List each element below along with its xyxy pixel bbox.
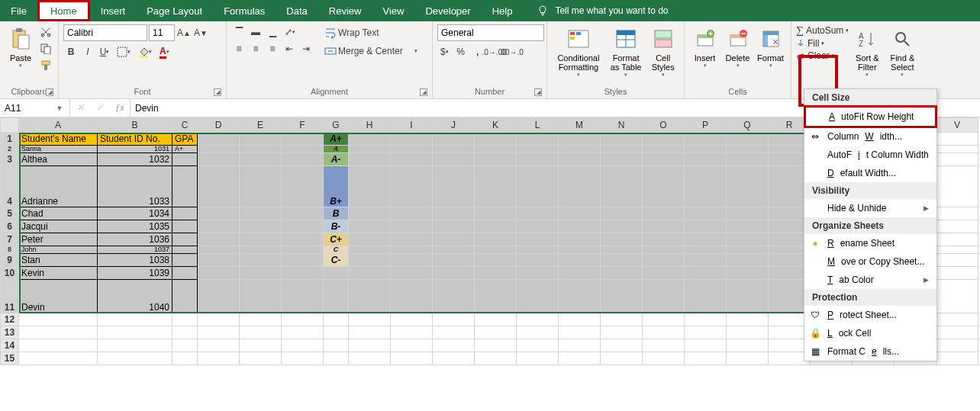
cell-B10[interactable]: 1039 <box>98 267 172 280</box>
cell-B12[interactable] <box>98 313 172 326</box>
alignment-dialog-launcher[interactable]: ◢ <box>420 88 427 96</box>
cell-F9[interactable] <box>282 254 324 267</box>
cell-B3[interactable]: 1032 <box>98 153 172 166</box>
cell-K11[interactable] <box>475 280 517 313</box>
tab-developer[interactable]: Developer <box>414 0 481 21</box>
cell-O12[interactable] <box>643 313 685 326</box>
cell-B15[interactable] <box>98 352 172 365</box>
cell-O8[interactable] <box>643 246 685 254</box>
row-header-8[interactable]: 8 <box>1 246 19 254</box>
col-header-K[interactable]: K <box>475 118 517 133</box>
cell-A15[interactable] <box>19 352 98 365</box>
cell-M7[interactable] <box>559 233 601 246</box>
cell-L5[interactable] <box>517 207 559 220</box>
cell-Q4[interactable] <box>727 166 769 207</box>
cell-Q13[interactable] <box>727 326 769 339</box>
cell-V15[interactable] <box>936 352 978 365</box>
clipboard-dialog-launcher[interactable]: ◢ <box>46 88 53 96</box>
cell-E12[interactable] <box>240 313 282 326</box>
cell-O9[interactable] <box>643 254 685 267</box>
cell-N12[interactable] <box>601 313 643 326</box>
cell-Q1[interactable] <box>727 133 769 146</box>
cell-L12[interactable] <box>517 313 559 326</box>
align-center-button[interactable]: ≡ <box>248 41 263 56</box>
cell-K1[interactable] <box>475 133 517 146</box>
font-name-input[interactable] <box>63 24 147 41</box>
cell-K9[interactable] <box>475 254 517 267</box>
cell-J1[interactable] <box>433 133 475 146</box>
cell-C12[interactable] <box>172 313 198 326</box>
cell-L8[interactable] <box>517 246 559 254</box>
cell-C1[interactable]: GPA <box>172 133 198 146</box>
cell-C3[interactable] <box>172 153 198 166</box>
col-header-L[interactable]: L <box>517 118 559 133</box>
cell-G11[interactable] <box>324 280 349 313</box>
col-header-V[interactable]: V <box>936 118 978 133</box>
italic-button[interactable]: I <box>80 44 95 59</box>
cell-G7[interactable]: C+ <box>324 233 349 246</box>
font-dialog-launcher[interactable]: ◢ <box>214 88 221 96</box>
cell-F13[interactable] <box>282 326 324 339</box>
cell-K7[interactable] <box>475 233 517 246</box>
cell-C7[interactable] <box>172 233 198 246</box>
font-color-button[interactable]: A▾ <box>156 44 172 59</box>
row-header-15[interactable]: 15 <box>1 352 19 365</box>
cell-I4[interactable] <box>391 166 433 207</box>
tab-formulas[interactable]: Formulas <box>213 0 276 21</box>
cell-O13[interactable] <box>643 326 685 339</box>
name-box[interactable]: ▼ <box>0 99 70 117</box>
cell-H13[interactable] <box>349 326 391 339</box>
cell-H11[interactable] <box>349 280 391 313</box>
cell-C4[interactable] <box>172 166 198 207</box>
cell-L9[interactable] <box>517 254 559 267</box>
cell-G4[interactable]: B+ <box>324 166 349 207</box>
insert-function-button[interactable]: ƒx <box>110 102 130 114</box>
cell-C13[interactable] <box>172 326 198 339</box>
cell-I14[interactable] <box>391 339 433 352</box>
percent-format-button[interactable]: % <box>453 44 469 59</box>
menu-column-width[interactable]: ⇔Column Width... <box>804 127 936 146</box>
cell-A14[interactable] <box>19 339 98 352</box>
tab-home[interactable]: Home <box>37 0 90 21</box>
cell-N2[interactable] <box>601 146 643 153</box>
cell-P9[interactable] <box>685 254 727 267</box>
cell-Q12[interactable] <box>727 313 769 326</box>
cell-P2[interactable] <box>685 146 727 153</box>
cell-L1[interactable] <box>517 133 559 146</box>
cell-V11[interactable] <box>936 280 978 313</box>
cell-V13[interactable] <box>936 326 978 339</box>
sort-filter-button[interactable]: AZ Sort & Filter <box>850 24 884 79</box>
cell-V5[interactable] <box>936 207 978 220</box>
cell-B11[interactable]: 1040 <box>98 280 172 313</box>
cell-O6[interactable] <box>643 220 685 233</box>
cell-C8[interactable] <box>172 246 198 254</box>
tab-review[interactable]: Review <box>318 0 372 21</box>
cell-styles-button[interactable]: Cell Styles <box>646 24 679 79</box>
increase-indent-button[interactable]: ⇥ <box>298 41 314 56</box>
cell-E6[interactable] <box>240 220 282 233</box>
cell-M10[interactable] <box>559 267 601 280</box>
name-box-input[interactable] <box>0 103 53 114</box>
cell-L13[interactable] <box>517 326 559 339</box>
cell-L7[interactable] <box>517 233 559 246</box>
cell-A2[interactable]: Sanna <box>19 146 98 153</box>
col-header-D[interactable]: D <box>198 118 240 133</box>
col-header-P[interactable]: P <box>685 118 727 133</box>
cell-A3[interactable]: Althea <box>19 153 98 166</box>
row-header-11[interactable]: 11 <box>1 280 19 313</box>
menu-tab-color[interactable]: Tab Color▶ <box>804 271 936 289</box>
cell-J14[interactable] <box>433 339 475 352</box>
cell-N3[interactable] <box>601 153 643 166</box>
cell-D10[interactable] <box>198 267 240 280</box>
orientation-button[interactable]: ⤢▾ <box>282 24 298 40</box>
cell-E3[interactable] <box>240 153 282 166</box>
copy-button[interactable] <box>38 41 53 56</box>
row-header-10[interactable]: 10 <box>1 267 19 280</box>
cell-A12[interactable] <box>19 313 98 326</box>
decrease-font-button[interactable]: A▼ <box>193 25 208 40</box>
cell-G13[interactable] <box>324 326 349 339</box>
cell-N5[interactable] <box>601 207 643 220</box>
cell-C6[interactable] <box>172 220 198 233</box>
cell-O11[interactable] <box>643 280 685 313</box>
cell-N7[interactable] <box>601 233 643 246</box>
